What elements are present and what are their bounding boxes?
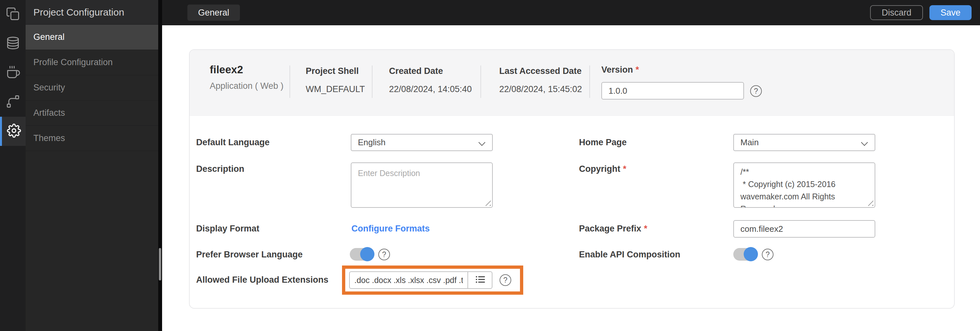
chevron-down-icon <box>479 139 485 146</box>
default-language-label: Default Language <box>196 134 270 151</box>
last-accessed-value: 22/08/2024, 15:45:02 <box>499 84 582 94</box>
project-shell-value: WM_DEFAULT <box>306 84 365 94</box>
topbar: General Discard Save <box>162 0 980 25</box>
description-label: Description <box>196 162 245 175</box>
prefer-browser-language-help-icon[interactable]: ? <box>378 249 390 260</box>
header-divider <box>589 65 590 98</box>
rail-item-pages[interactable] <box>0 0 25 29</box>
sidebar-item-security[interactable]: Security <box>25 75 158 100</box>
enable-api-composition-toggle[interactable] <box>733 247 758 261</box>
description-textarea[interactable] <box>351 162 493 208</box>
project-configuration-card: fileex2 Application ( Web ) Project Shel… <box>189 49 955 309</box>
package-prefix-input[interactable] <box>733 220 875 238</box>
created-date-label: Created Date <box>389 66 443 76</box>
required-asterisk: * <box>644 224 648 234</box>
topbar-actions: Discard Save <box>870 5 972 20</box>
chevron-down-icon <box>861 139 868 146</box>
package-prefix-label: Package Prefix* <box>579 220 648 237</box>
prefer-browser-language-label: Prefer Browser Language <box>196 247 303 262</box>
rail-item-java-services[interactable] <box>0 58 25 88</box>
created-date-value: 22/08/2024, 14:05:40 <box>389 84 472 94</box>
allowed-extensions-highlight-box: ? <box>342 266 523 295</box>
sidebar-scrollbar-thumb[interactable] <box>159 248 161 280</box>
required-asterisk: * <box>623 164 627 174</box>
home-page-select[interactable]: Main <box>733 134 875 151</box>
pages-icon <box>6 7 20 22</box>
project-type: Application ( Web ) <box>210 81 284 91</box>
enable-api-composition-label: Enable API Composition <box>579 247 681 262</box>
header-divider <box>480 65 481 98</box>
sidebar-scroll-track <box>158 0 162 331</box>
last-accessed-label: Last Accessed Date <box>499 66 582 76</box>
copyright-label: Copyright* <box>579 162 626 175</box>
sidebar-item-profile-configuration[interactable]: Profile Configuration <box>25 50 158 75</box>
version-input[interactable] <box>601 82 744 100</box>
prefer-browser-language-toggle[interactable] <box>350 247 374 261</box>
required-asterisk: * <box>636 65 639 75</box>
default-language-select[interactable]: English <box>351 134 493 151</box>
java-service-icon <box>6 65 20 81</box>
sidebar-item-general[interactable]: General <box>25 25 158 50</box>
database-icon <box>6 36 20 51</box>
orchestration-icon <box>6 94 20 110</box>
extensions-list-button[interactable] <box>468 271 492 289</box>
settings-sidebar: Project Configuration General Profile Co… <box>25 0 158 331</box>
project-summary-header: fileex2 Application ( Web ) Project Shel… <box>189 50 954 116</box>
allowed-extensions-input[interactable] <box>349 271 468 289</box>
allowed-file-upload-extensions-label: Allowed File Upload Extensions <box>196 271 328 288</box>
sidebar-item-themes[interactable]: Themes <box>25 126 158 151</box>
copyright-textarea[interactable]: /** * Copyright (c) 2015-2016 wavemaker.… <box>733 162 875 208</box>
version-help-icon[interactable]: ? <box>750 85 762 97</box>
display-format-label: Display Format <box>196 220 259 237</box>
allowed-extensions-input-group <box>349 271 492 289</box>
sidebar-title: Project Configuration <box>25 0 158 25</box>
project-name: fileex2 <box>210 64 243 76</box>
rail-item-settings[interactable] <box>0 117 25 146</box>
save-button[interactable]: Save <box>929 5 972 20</box>
rail-item-orchestration[interactable] <box>0 88 25 117</box>
version-label: Version* <box>601 65 639 75</box>
list-icon <box>474 274 486 286</box>
sidebar-icon-rail <box>0 0 25 331</box>
enable-api-composition-help-icon[interactable]: ? <box>762 249 773 260</box>
settings-icon <box>7 124 21 139</box>
header-divider <box>290 65 290 98</box>
discard-button[interactable]: Discard <box>870 5 923 20</box>
tab-general[interactable]: General <box>188 5 240 21</box>
rail-item-database[interactable] <box>0 29 25 58</box>
configure-formats-link[interactable]: Configure Formats <box>352 220 430 237</box>
home-page-label: Home Page <box>579 134 627 151</box>
allowed-extensions-help-icon[interactable]: ? <box>500 274 511 286</box>
project-shell-label: Project Shell <box>306 66 359 76</box>
header-divider <box>372 65 372 98</box>
sidebar-item-artifacts[interactable]: Artifacts <box>25 100 158 126</box>
